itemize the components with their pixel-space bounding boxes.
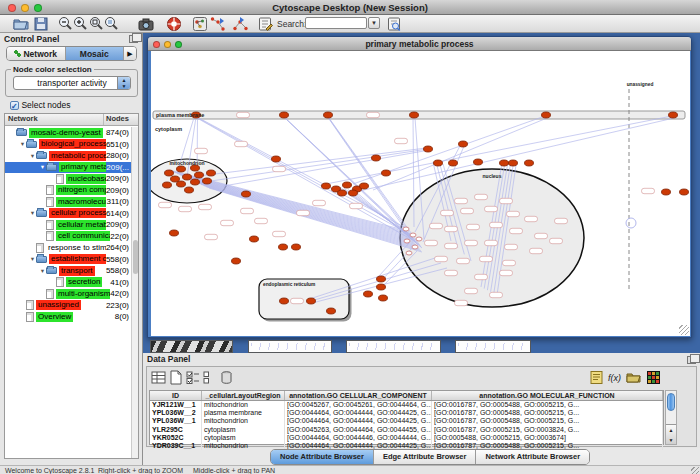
node-label-chip[interactable] <box>507 211 520 216</box>
network-node[interactable] <box>434 160 443 166</box>
node-label-chip[interactable] <box>205 234 218 239</box>
tree-item-cellular-process[interactable]: ▼cellular process614(0) <box>5 208 131 220</box>
node-label-chip[interactable] <box>642 188 655 193</box>
network-node[interactable] <box>372 155 381 161</box>
formula-icon[interactable]: f(x) <box>607 370 622 385</box>
network-node[interactable] <box>280 298 289 304</box>
network-node[interactable] <box>382 170 391 176</box>
node-label-chip[interactable] <box>465 288 478 293</box>
zoom-selected-icon[interactable] <box>88 16 104 32</box>
node-label-chip[interactable] <box>490 292 503 297</box>
tree-item-response-to-stimul[interactable]: response to stimul264(0) <box>5 242 131 254</box>
annotation-icon[interactable] <box>257 16 273 32</box>
tab-network[interactable]: Network <box>7 47 66 60</box>
node-label-chip[interactable] <box>480 256 493 261</box>
network-node[interactable] <box>203 178 212 184</box>
heatmap-icon[interactable] <box>646 370 661 385</box>
network-node[interactable] <box>324 112 333 118</box>
zoom-fit-icon[interactable] <box>103 16 119 32</box>
node-label-chip[interactable] <box>195 148 208 153</box>
node-label-chip[interactable] <box>503 260 516 265</box>
disclosure-triangle-icon[interactable]: ▼ <box>29 153 36 159</box>
network-node[interactable] <box>662 189 671 195</box>
network-node[interactable] <box>279 244 288 250</box>
node-label-chip[interactable] <box>441 210 454 215</box>
node-label-chip[interactable] <box>550 238 563 243</box>
column-header[interactable]: annotation.GO CELLULAR_COMPONENT <box>285 391 432 400</box>
table-scroll-thumb[interactable] <box>667 393 675 411</box>
node-label-chip[interactable] <box>461 208 474 213</box>
tab-network-attribute-browser[interactable]: Network Attribute Browser <box>476 450 589 464</box>
network-node[interactable] <box>292 244 301 250</box>
tree-item-primary-metabo[interactable]: ▼primary metabo209(... <box>5 162 131 174</box>
network-node[interactable] <box>163 182 172 188</box>
node-label-chip[interactable] <box>237 112 250 117</box>
network-node[interactable] <box>449 160 458 166</box>
layout-spread-icon[interactable] <box>232 16 248 32</box>
node-label-chip[interactable] <box>467 224 480 229</box>
search-go-icon[interactable] <box>386 16 402 32</box>
tree-item-cell-communicat[interactable]: cell communicat22(0) <box>5 231 131 243</box>
tree-item-metabolic-process[interactable]: ▼metabolic process280(0) <box>5 150 131 162</box>
node-label-chip[interactable] <box>435 256 448 261</box>
disclosure-triangle-icon[interactable]: ▼ <box>29 256 36 262</box>
node-label-chip[interactable] <box>445 243 458 248</box>
tab-node-attribute-browser[interactable]: Node Attribute Browser <box>271 450 374 464</box>
node-label-chip[interactable] <box>430 223 443 228</box>
network-node[interactable] <box>360 183 369 189</box>
network-node[interactable] <box>250 236 259 242</box>
zoom-in-icon[interactable] <box>72 16 88 32</box>
resize-grip-icon[interactable] <box>679 325 689 335</box>
node-label-chip[interactable] <box>199 204 212 209</box>
network-node[interactable] <box>195 172 204 178</box>
network-node[interactable] <box>327 308 336 314</box>
network-node[interactable] <box>364 291 373 297</box>
node-label-chip[interactable] <box>455 198 468 203</box>
search-input[interactable] <box>305 17 367 29</box>
node-label-chip[interactable] <box>221 220 234 225</box>
network-node-small[interactable] <box>410 233 416 237</box>
node-label-chip[interactable] <box>455 300 468 305</box>
dropdown-stepper-icon[interactable]: ▲▼ <box>117 77 130 89</box>
table-scrollbar[interactable]: ▲▼ <box>665 390 677 445</box>
table-row[interactable]: YPL036W__2plasma membrane[GO:0044464, GO… <box>150 409 663 417</box>
node-label-chip[interactable] <box>367 112 380 117</box>
network-node[interactable] <box>185 187 194 193</box>
node-label-chip[interactable] <box>475 274 488 279</box>
node-label-chip[interactable] <box>273 231 286 236</box>
select-attributes-icon[interactable] <box>185 370 200 385</box>
tree-scrollbar[interactable] <box>131 127 138 458</box>
disclosure-triangle-icon[interactable]: ▼ <box>39 268 46 274</box>
search-dropdown-icon[interactable]: ▼ <box>368 17 380 29</box>
select-all-attributes-icon[interactable] <box>151 370 166 385</box>
tree-item-nucleobase-[interactable]: nucleobase-209(0) <box>5 173 131 185</box>
node-label-chip[interactable] <box>235 141 248 146</box>
background-window-thumb[interactable] <box>346 340 441 353</box>
node-label-chip[interactable] <box>465 240 478 245</box>
network-canvas[interactable]: plasma membranecytoplasmmitochondrionnuc… <box>151 51 690 336</box>
save-icon[interactable] <box>33 16 49 32</box>
float-data-panel-icon[interactable] <box>687 356 696 364</box>
table-row[interactable]: YLR295Ccytoplasm[GO:0045263, GO:0044464,… <box>150 426 663 434</box>
more-tabs-icon[interactable]: ▶ <box>124 47 136 60</box>
node-label-chip[interactable] <box>490 222 503 227</box>
network-node[interactable] <box>525 160 534 166</box>
disclosure-triangle-icon[interactable]: ▼ <box>19 141 26 147</box>
node-label-chip[interactable] <box>241 208 254 213</box>
help-lifering-icon[interactable] <box>166 16 182 32</box>
tree-item-macromolecule[interactable]: macromolecule311(0) <box>5 196 131 208</box>
network-window[interactable]: primary metabolic process plasma membran… <box>147 36 692 338</box>
tree-item-unassigned[interactable]: unassigned223(0) <box>5 300 131 312</box>
background-window-thumb[interactable] <box>248 340 332 353</box>
column-header[interactable]: ID <box>150 391 202 400</box>
tab-mosaic[interactable]: Mosaic <box>66 47 125 60</box>
snapshot-camera-icon[interactable] <box>138 16 154 32</box>
network-node[interactable] <box>177 166 186 172</box>
node-label-chip[interactable] <box>445 226 458 231</box>
node-label-chip[interactable] <box>485 206 498 211</box>
table-row[interactable]: YPL036W__1mitochondrion[GO:0044464, GO:0… <box>150 417 663 425</box>
node-label-chip[interactable] <box>159 202 172 207</box>
node-label-chip[interactable] <box>510 228 523 233</box>
background-window-logo[interactable] <box>150 340 233 353</box>
tree-col-network[interactable]: Network <box>5 114 104 125</box>
